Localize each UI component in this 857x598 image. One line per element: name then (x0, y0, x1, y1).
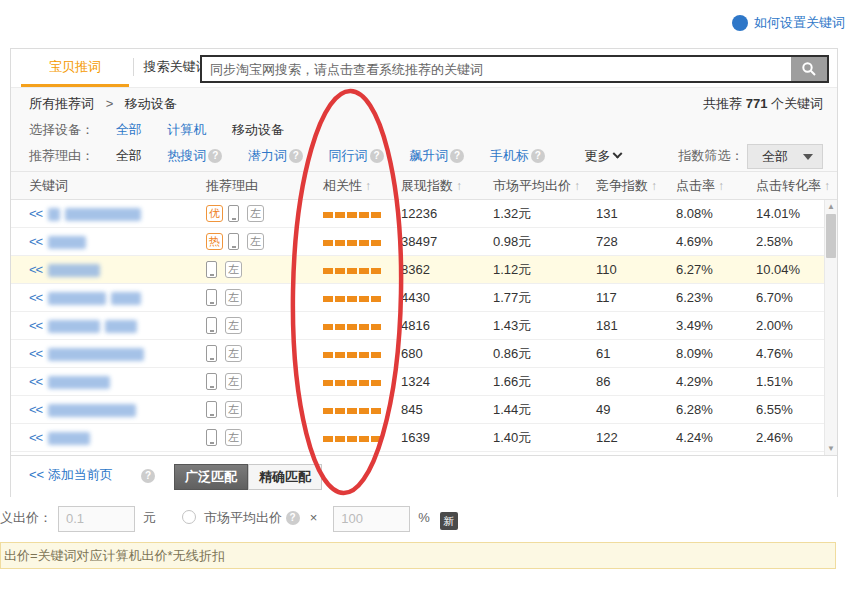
keyword-redacted (48, 402, 141, 417)
table-row[interactable]: << 优左 12236 1.32元 131 8.08% 14.01% (11, 200, 837, 228)
help-icon[interactable]: ? (289, 149, 303, 163)
keyword-recommend-panel: 宝贝推词 搜索关键词 所有推荐词 > 移动设备 共推荐 771 个关键词 选择设… (10, 48, 838, 497)
competition-value: 181 (596, 318, 676, 333)
avg-price-value: 1.77元 (493, 289, 596, 307)
help-icon[interactable]: ? (286, 511, 300, 525)
col-impression-label: 展现指数 (401, 178, 453, 193)
competition-value: 131 (596, 206, 676, 221)
avg-price-value: 1.12元 (493, 261, 596, 279)
dropdown-arrow-icon (803, 154, 813, 160)
table-row-highlighted[interactable]: << 左 8362 1.12元 110 6.27% 10.04% (11, 256, 837, 284)
broad-match-button[interactable]: 广泛匹配 (174, 464, 248, 490)
device-option-mobile[interactable]: 移动设备 (232, 122, 284, 137)
left-position-badge: 左 (225, 429, 242, 446)
col-reason[interactable]: 推荐理由 (206, 177, 323, 195)
sort-arrow-icon[interactable]: ↑ (365, 179, 371, 193)
col-competition[interactable]: 竞争指数↑ (596, 177, 676, 195)
avg-price-value: 1.40元 (493, 429, 596, 447)
reason-option-peer[interactable]: 同行词 (329, 148, 368, 163)
tag-badge: 热 (206, 233, 223, 250)
table-footer: << 添加当前页 ? 广泛匹配 精确匹配 (11, 455, 837, 497)
table-row[interactable]: << 左 1324 1.66元 86 4.29% 1.51% (11, 368, 837, 396)
impression-value: 1324 (401, 374, 493, 389)
index-filter-dropdown[interactable]: 全部 (747, 144, 823, 169)
col-competition-label: 竞争指数 (596, 178, 648, 193)
custom-bid-input[interactable] (58, 506, 135, 532)
table-row[interactable]: << 左 4430 1.77元 117 6.23% 6.70% (11, 284, 837, 312)
more-filters-link[interactable]: 更多 (584, 148, 621, 163)
relevance-bars (323, 402, 383, 417)
impression-value: 12236 (401, 206, 493, 221)
sort-arrow-icon[interactable]: ↑ (651, 179, 657, 193)
index-filter-value: 全部 (762, 149, 788, 164)
sort-arrow-icon[interactable]: ↑ (718, 179, 724, 193)
sort-arrow-icon[interactable]: ↑ (574, 179, 580, 193)
reason-option-all[interactable]: 全部 (116, 148, 142, 163)
filter-area: 所有推荐词 > 移动设备 共推荐 771 个关键词 选择设备： 全部 计算机 移… (11, 87, 837, 171)
help-icon[interactable]: ? (370, 149, 384, 163)
competition-value: 86 (596, 374, 676, 389)
how-to-set-keywords-link[interactable]: ? 如何设置关键词 (732, 14, 845, 32)
help-icon[interactable]: ? (208, 149, 222, 163)
keyword-prefix: << (29, 374, 42, 389)
help-icon[interactable]: ? (450, 149, 464, 163)
device-option-all[interactable]: 全部 (116, 122, 142, 137)
table-row[interactable]: << 左 845 1.44元 49 6.28% 6.55% (11, 396, 837, 424)
col-avg-price[interactable]: 市场平均出价↑ (493, 177, 596, 195)
col-impression[interactable]: 展现指数↑ (401, 177, 493, 195)
left-position-badge: 左 (225, 373, 242, 390)
keyword-redacted (48, 234, 91, 249)
col-avg-price-label: 市场平均出价 (493, 178, 571, 193)
col-keyword[interactable]: 关键词 (29, 177, 206, 195)
breadcrumb-root[interactable]: 所有推荐词 (29, 96, 94, 111)
exact-match-button[interactable]: 精确匹配 (248, 464, 322, 490)
table-row[interactable]: << 左 4816 1.43元 181 3.49% 2.00% (11, 312, 837, 340)
competition-value: 728 (596, 234, 676, 249)
competition-value: 117 (596, 290, 676, 305)
tab-product-keywords[interactable]: 宝贝推词 (21, 49, 129, 84)
keyword-prefix: << (29, 234, 42, 249)
col-relevance[interactable]: 相关性↑ (323, 177, 401, 195)
phone-icon (206, 345, 217, 362)
sort-arrow-icon[interactable]: ↑ (824, 179, 830, 193)
relevance-bars (323, 206, 383, 221)
help-icon[interactable]: ? (141, 469, 155, 483)
reason-option-potential[interactable]: 潜力词 (248, 148, 287, 163)
percent-input[interactable] (333, 506, 410, 532)
add-current-page-link[interactable]: << 添加当前页 (29, 466, 113, 484)
bid-settings-row: 义出价：元市场平均出价 ?×%新 (0, 504, 458, 534)
device-option-pc[interactable]: 计算机 (167, 122, 206, 137)
bid-label: 义出价： (0, 510, 52, 525)
ctr-value: 4.69% (676, 234, 756, 249)
reason-option-phone-tag[interactable]: 手机标 (490, 148, 529, 163)
ctr-value: 3.49% (676, 318, 756, 333)
keyword-redacted (48, 346, 149, 361)
col-ctr[interactable]: 点击率↑ (676, 177, 756, 195)
table-scrollbar[interactable]: ▲ ▼ (824, 200, 837, 455)
table-row[interactable]: << 热左 38497 0.98元 728 4.69% 2.58% (11, 228, 837, 256)
impression-value: 845 (401, 402, 493, 417)
help-icon[interactable]: ? (531, 149, 545, 163)
search-button[interactable] (791, 57, 827, 81)
keyword-redacted (48, 318, 142, 333)
table-row[interactable]: << 左 1639 1.40元 122 4.24% 2.46% (11, 424, 837, 452)
reason-option-hot[interactable]: 热搜词 (167, 148, 206, 163)
total-keywords: 共推荐 771 个关键词 (703, 90, 823, 118)
competition-value: 122 (596, 430, 676, 445)
scrollbar-down-icon[interactable]: ▼ (825, 444, 837, 453)
sort-arrow-icon[interactable]: ↑ (456, 179, 462, 193)
table-row[interactable]: << 左 680 0.86元 61 8.09% 4.76% (11, 340, 837, 368)
market-avg-price-radio[interactable] (182, 510, 196, 524)
col-cvr-label: 点击转化率 (756, 178, 821, 193)
avg-price-value: 0.98元 (493, 233, 596, 251)
percent-sign: % (418, 510, 430, 525)
col-cvr[interactable]: 点击转化率↑ (756, 177, 837, 195)
scrollbar-thumb[interactable] (826, 214, 836, 258)
left-position-badge: 左 (225, 261, 242, 278)
phone-icon (206, 401, 217, 418)
keyword-search-input[interactable] (202, 57, 790, 81)
scrollbar-up-icon[interactable]: ▲ (825, 202, 837, 211)
ctr-value: 8.08% (676, 206, 756, 221)
reason-option-rising[interactable]: 飙升词 (409, 148, 448, 163)
relevance-bars (323, 430, 383, 445)
